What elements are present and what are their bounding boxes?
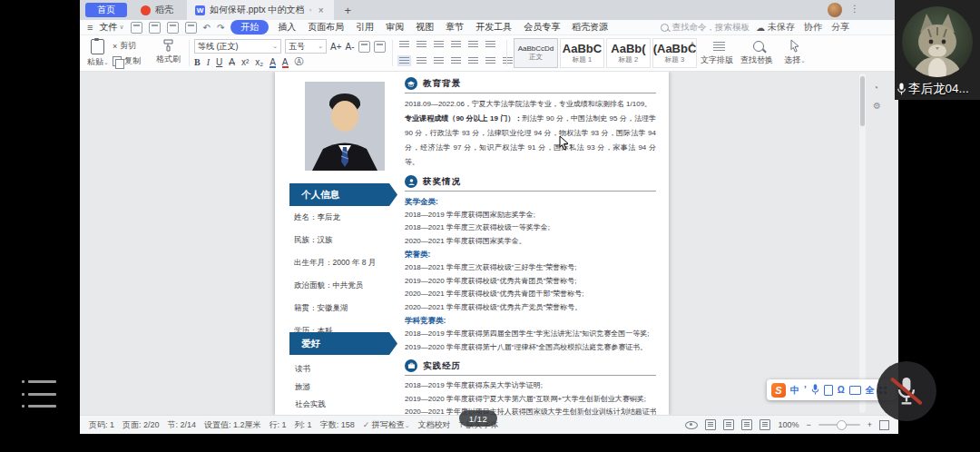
tab-document[interactable]: W 如何保研.pptx 中的文档 ◦ ×: [187, 0, 334, 20]
font-name-select[interactable]: 等线 (正文)⌄: [194, 39, 281, 54]
fullscreen-icon[interactable]: [879, 420, 889, 430]
hamburger-icon[interactable]: ≡: [87, 22, 93, 33]
ime-keyboard-icon[interactable]: [849, 386, 861, 395]
proofread-button[interactable]: 文档校对: [418, 419, 451, 431]
view-mode-outline-icon[interactable]: [723, 419, 734, 430]
save-status[interactable]: ☁未保存: [756, 21, 795, 34]
menu-item-references[interactable]: 引用: [353, 21, 377, 34]
shading-icon[interactable]: [503, 57, 513, 64]
menu-item-page-layout[interactable]: 页面布局: [305, 21, 347, 34]
indent-decrease-icon[interactable]: [434, 41, 444, 48]
user-avatar[interactable]: [828, 3, 842, 17]
menu-item-sections[interactable]: 章节: [443, 21, 466, 34]
menu-item-review[interactable]: 审阅: [383, 21, 407, 34]
ime-language-toggle[interactable]: 中: [790, 384, 799, 397]
vertical-scrollbar[interactable]: [859, 74, 866, 413]
style-normal[interactable]: AaBbCcDd正文: [514, 38, 558, 68]
spellcheck-toggle[interactable]: ✓ 拼写检查⌄: [363, 419, 410, 431]
phonetic-icon[interactable]: [374, 41, 386, 53]
align-right-icon[interactable]: [434, 57, 444, 64]
document-canvas[interactable]: 个人信息 姓名：李后龙 民族：汉族 出生年月：2000 年 8 月 政治面貌：中…: [80, 72, 898, 415]
tab-docer[interactable]: 稻壳: [132, 0, 181, 20]
skin-center-icon[interactable]: ◔: [873, 83, 881, 93]
output-icon[interactable]: [149, 22, 161, 34]
shrink-font-button[interactable]: A-: [346, 42, 355, 52]
asian-layout-icon[interactable]: [468, 41, 478, 48]
format-painter-button[interactable]: 格式刷: [156, 39, 181, 65]
ime-clipboard-icon[interactable]: [824, 385, 833, 396]
paste-button[interactable]: 粘贴⌄: [87, 39, 109, 68]
gallery-down-icon[interactable]: ▼: [690, 49, 695, 54]
tab-home[interactable]: 首页: [85, 3, 127, 17]
zoom-in-button[interactable]: +: [867, 420, 872, 429]
gallery-up-icon[interactable]: ▲: [690, 40, 695, 45]
save-icon[interactable]: [131, 22, 142, 34]
menu-item-home[interactable]: 开始: [230, 20, 269, 34]
cut-button[interactable]: ×剪切: [113, 40, 141, 52]
clear-format-icon[interactable]: [358, 41, 370, 53]
menu-item-insert[interactable]: 插入: [275, 21, 299, 34]
superscript-button[interactable]: x²: [241, 57, 249, 67]
align-left-icon[interactable]: [399, 57, 409, 64]
new-tab-button[interactable]: +: [339, 4, 358, 17]
ime-symbols-icon[interactable]: Ω: [838, 385, 845, 395]
copy-button[interactable]: 复制: [113, 55, 141, 67]
menu-item-membership[interactable]: 会员专享: [521, 21, 563, 34]
view-mode-web-icon[interactable]: [760, 419, 770, 430]
print-icon[interactable]: [167, 22, 179, 34]
zoom-level[interactable]: 100%: [778, 420, 799, 429]
settings-gear-icon[interactable]: ⚙: [873, 101, 881, 111]
document-page[interactable]: 个人信息 姓名：李后龙 民族：汉族 出生年月：2000 年 8 月 政治面貌：中…: [275, 72, 669, 415]
mute-microphone-button[interactable]: [877, 361, 936, 421]
zoom-slider[interactable]: [818, 424, 860, 426]
grow-font-button[interactable]: A+: [330, 42, 342, 52]
undo-icon[interactable]: ↶: [203, 23, 211, 33]
align-center-icon[interactable]: [416, 57, 426, 64]
eye-protection-icon[interactable]: [685, 421, 698, 429]
justify-icon[interactable]: [451, 57, 461, 64]
zoom-slider-knob[interactable]: [837, 420, 847, 430]
ime-punctuation-toggle[interactable]: ’: [804, 385, 807, 395]
tab-pin-icon[interactable]: ◦: [309, 5, 311, 15]
select-button[interactable]: 选择⌄: [777, 39, 813, 66]
distribute-icon[interactable]: [468, 57, 478, 64]
menu-item-dev-tools[interactable]: 开发工具: [473, 21, 514, 34]
collaborate-button[interactable]: 协作: [804, 21, 822, 34]
menu-item-view[interactable]: 视图: [413, 21, 436, 34]
font-color-button[interactable]: A: [282, 57, 289, 67]
zoom-out-button[interactable]: −: [806, 420, 810, 429]
share-button[interactable]: 分享: [831, 21, 849, 34]
preview-icon[interactable]: [185, 22, 197, 34]
bullet-list-icon[interactable]: [399, 41, 409, 48]
window-more-icon[interactable]: ⋮: [850, 4, 859, 14]
highlight-button[interactable]: A: [270, 57, 276, 67]
indent-increase-icon[interactable]: [451, 41, 461, 48]
participant-video-tile[interactable]: 李后龙04...: [895, 0, 980, 100]
ime-fullwidth-toggle[interactable]: 全: [866, 384, 875, 397]
numbered-list-icon[interactable]: [416, 41, 426, 48]
subscript-button[interactable]: x₂: [255, 57, 263, 67]
sort-icon[interactable]: [485, 41, 495, 48]
italic-button[interactable]: I: [207, 57, 210, 67]
meeting-list-icon[interactable]: [22, 380, 56, 408]
bold-button[interactable]: B: [194, 57, 201, 67]
text-layout-button[interactable]: 文字排版⌄: [701, 39, 737, 75]
ime-voice-icon[interactable]: [811, 384, 819, 396]
tab-close-icon[interactable]: ×: [317, 5, 326, 15]
underline-button[interactable]: U: [216, 57, 222, 67]
enclose-character-button[interactable]: Ⓐ: [295, 55, 304, 68]
find-replace-button[interactable]: 查找替换⌄: [740, 39, 777, 75]
strikethrough-button[interactable]: A: [229, 57, 235, 67]
menu-item-docer-resources[interactable]: 稻壳资源: [569, 21, 611, 34]
redo-icon[interactable]: ↷: [217, 23, 224, 33]
style-heading2[interactable]: AaBb(标题 2: [606, 38, 651, 68]
command-search[interactable]: 查找命令，搜索模板: [661, 22, 750, 34]
view-mode-read-icon[interactable]: [741, 419, 752, 430]
style-heading1[interactable]: AaBbC标题 1: [560, 38, 604, 68]
file-menu[interactable]: 文件∨: [99, 21, 123, 34]
view-mode-page-icon[interactable]: [705, 419, 716, 430]
sogou-logo-icon[interactable]: S: [771, 383, 786, 398]
scrollbar-thumb[interactable]: [860, 76, 865, 126]
line-spacing-icon[interactable]: [485, 57, 495, 64]
font-size-select[interactable]: 五号⌄: [285, 39, 327, 54]
